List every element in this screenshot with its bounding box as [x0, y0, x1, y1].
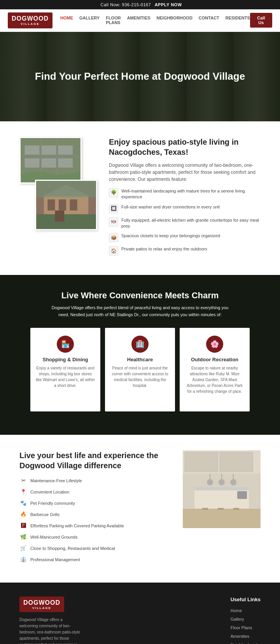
image-placeholder-building: [36, 181, 96, 229]
card-healthcare-title: Healthcare: [110, 357, 170, 362]
bestlife-left: Live your best life and experience the D…: [19, 450, 171, 567]
property-image-top: [19, 137, 82, 184]
svg-rect-33: [202, 508, 208, 510]
bestlife-label-8: Professional Management: [30, 557, 80, 562]
svg-rect-15: [70, 199, 77, 210]
convenience-section: Live Where Convenience Meets Charm Dogwo…: [0, 275, 280, 434]
feature-label-4: Spacious closets to keep your belongings…: [121, 233, 220, 239]
call-us-button[interactable]: Call Us: [250, 13, 272, 28]
landscaping-icon: 🌳: [109, 188, 118, 198]
nav-home[interactable]: HOME: [60, 16, 73, 25]
feature-item-4: 📦 Spacious closets to keep your belongin…: [109, 233, 261, 242]
svg-rect-18: [37, 181, 96, 198]
svg-rect-24: [220, 452, 253, 472]
svg-rect-1: [25, 145, 40, 155]
pet-icon: 🐾: [19, 499, 27, 507]
building-svg: [36, 181, 96, 229]
footer-logo: DOGWOOD VILLAGE: [19, 597, 64, 612]
footer-links-col: Useful Links Home Gallery Floor Plans Am…: [231, 597, 261, 644]
footer-link-gallery: Gallery: [231, 616, 261, 622]
top-bar: Call Now: 936-215-0167 APPLY NOW: [0, 0, 280, 9]
navigation: DOGWOOD VILLAGE HOME GALLERY FLOOR PLANS…: [0, 9, 280, 32]
nav-gallery[interactable]: GALLERY: [79, 16, 100, 25]
card-shopping-title: Shopping & Dining: [36, 357, 95, 362]
patio-heading: Enjoy spacious patio-style living in Nac…: [109, 137, 261, 157]
nav-neighborhood[interactable]: NEIGHBORHOOD: [157, 16, 192, 25]
grounds-icon: 🌿: [19, 533, 27, 541]
bestlife-label-6: Well-Manicured Grounds: [30, 535, 77, 539]
bestlife-item-8: 👔 Professional Management: [19, 556, 171, 564]
nav-floor-plans[interactable]: FLOOR PLANS: [106, 16, 121, 25]
bestlife-item-3: 🐾 Pet Friendly community: [19, 499, 171, 507]
feature-label-3: Fully equipped, all-electric kitchen wit…: [121, 217, 261, 229]
aerial-view-svg: [21, 138, 80, 182]
card-outdoor-desc: Escape to nature at nearby attractions l…: [185, 365, 244, 394]
cards-row: 🏪 Shopping & Dining Enjoy a variety of r…: [16, 328, 264, 427]
nav-links: HOME GALLERY FLOOR PLANS AMENITIES NEIGH…: [60, 16, 250, 25]
svg-rect-5: [41, 158, 56, 168]
convenience-heading: Live Where Convenience Meets Charm: [16, 290, 264, 301]
svg-rect-14: [59, 199, 66, 210]
svg-rect-16: [55, 210, 64, 222]
nav-residents[interactable]: RESIDENTS: [226, 16, 250, 25]
call-label: Call Now: 936-215-0167: [100, 2, 151, 7]
bestlife-item-6: 🌿 Well-Manicured Grounds: [19, 533, 171, 541]
management-icon: 👔: [19, 556, 27, 564]
kitchen-image: [183, 450, 261, 528]
bestlife-item-1: ✂ Maintenance-Free Lifestyle: [19, 477, 171, 485]
svg-rect-21: [194, 487, 249, 490]
bestlife-label-5: Effortless Parking with Covered Parking …: [30, 523, 124, 528]
card-outdoor: 🌸 Outdoor Recreation Escape to nature at…: [180, 328, 250, 411]
location-icon: 📍: [19, 488, 27, 496]
bestlife-label-4: Barbecue Grills: [30, 512, 60, 517]
bestlife-item-4: 🔥 Barbecue Grills: [19, 511, 171, 518]
patio-icon: 🏠: [109, 246, 118, 256]
footer-link-floor-plans: Floor Plans: [231, 624, 261, 630]
svg-rect-7: [21, 155, 80, 158]
bestlife-label-1: Maintenance-Free Lifestyle: [30, 478, 82, 483]
svg-point-27: [230, 479, 236, 485]
card-shopping-desc: Enjoy a variety of restaurants and shops…: [36, 365, 95, 388]
logo-subtitle: VILLAGE: [12, 22, 49, 26]
svg-rect-6: [58, 158, 73, 168]
svg-rect-12: [37, 214, 96, 229]
nav-amenities[interactable]: AMENITIES: [127, 16, 150, 25]
svg-point-25: [207, 479, 213, 485]
footer-top: DOGWOOD VILLAGE Dogwood Village offers a…: [19, 597, 261, 644]
footer-logo-col: DOGWOOD VILLAGE Dogwood Village offers a…: [19, 597, 215, 644]
patio-description: Dogwood Village offers a welcoming commu…: [109, 162, 261, 183]
footer-link-home: Home: [231, 607, 261, 613]
footer-logo-title: DOGWOOD: [23, 599, 60, 606]
nav-contact[interactable]: CONTACT: [199, 16, 219, 25]
footer-description: Dogwood Village offers a welcoming commu…: [19, 617, 82, 644]
closet-icon: 📦: [109, 233, 118, 242]
property-image-bottom: [35, 180, 97, 230]
parking-icon: 🅿: [19, 522, 27, 530]
feature-label-2: Full-size washer and dryer connections i…: [121, 204, 220, 210]
footer-link-amenities: Amenities: [231, 633, 261, 639]
apply-now-link[interactable]: APPLY NOW: [155, 2, 182, 7]
svg-rect-3: [58, 145, 73, 155]
footer: DOGWOOD VILLAGE Dogwood Village offers a…: [0, 583, 280, 644]
kitchen-icon: 🍽: [109, 217, 118, 227]
feature-item-3: 🍽 Fully equipped, all-electric kitchen w…: [109, 217, 261, 229]
card-healthcare-desc: Peace of mind is just around the corner …: [110, 365, 170, 388]
svg-rect-31: [183, 509, 261, 528]
useful-links-heading: Useful Links: [231, 597, 261, 602]
washer-icon: 🔲: [109, 204, 118, 214]
svg-rect-13: [47, 199, 55, 210]
feature-label-1: Well-maintained landscaping with mature …: [121, 188, 261, 200]
bestlife-item-7: 🛒 Close to Shopping, Restaurants and Med…: [19, 544, 171, 552]
logo: DOGWOOD VILLAGE: [8, 12, 52, 28]
shopping2-icon: 🛒: [19, 544, 27, 552]
healthcare-icon: 🏥: [131, 336, 149, 353]
convenience-description: Dogwood Village offers the perfect blend…: [47, 304, 233, 318]
logo-title: DOGWOOD: [12, 15, 49, 22]
bbq-icon: 🔥: [19, 511, 27, 518]
outdoor-icon: 🌸: [206, 336, 223, 353]
svg-rect-32: [237, 491, 247, 499]
svg-rect-34: [218, 508, 224, 510]
svg-rect-2: [41, 145, 56, 155]
patio-content: Enjoy spacious patio-style living in Nac…: [109, 137, 261, 260]
card-shopping: 🏪 Shopping & Dining Enjoy a variety of r…: [30, 328, 100, 411]
